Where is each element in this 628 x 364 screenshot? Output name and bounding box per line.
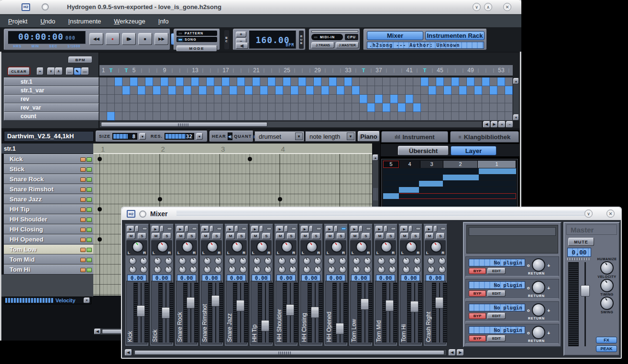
fx-send-knob[interactable] bbox=[403, 266, 410, 273]
play-sample-button[interactable]: ▶ bbox=[251, 226, 259, 232]
timeline-bar-31[interactable]: | bbox=[329, 65, 337, 76]
layer-bar[interactable] bbox=[443, 175, 479, 180]
timeline-bar-2[interactable]: T bbox=[107, 65, 115, 76]
timeline-bar-54[interactable]: | bbox=[505, 65, 513, 76]
song-cell[interactable] bbox=[383, 77, 390, 86]
play-sample-button[interactable]: ▶ bbox=[176, 226, 184, 232]
song-cell[interactable] bbox=[99, 112, 107, 121]
timeline-bar-15[interactable]: | bbox=[207, 65, 214, 76]
song-cell[interactable] bbox=[237, 112, 245, 121]
note-snare-jazz-beat-4[interactable] bbox=[278, 197, 282, 201]
single-pattern-mode-button[interactable]: — bbox=[81, 67, 89, 75]
song-cell[interactable] bbox=[107, 86, 115, 95]
song-cell[interactable] bbox=[115, 103, 122, 112]
timeline-bar-19[interactable]: | bbox=[237, 65, 245, 76]
fx-send-knob[interactable] bbox=[339, 266, 346, 273]
timeline-bar-6[interactable]: | bbox=[138, 65, 145, 76]
hear-notes-button[interactable]: ◀) bbox=[228, 132, 233, 140]
instrument-row-snare-rimshot[interactable]: Snare Rimshot bbox=[4, 184, 93, 194]
timeline-bar-52[interactable]: | bbox=[490, 65, 497, 76]
play-sample-button[interactable]: ▶ bbox=[351, 226, 358, 232]
fx-send-knob[interactable] bbox=[129, 266, 136, 273]
song-cell[interactable] bbox=[505, 86, 513, 95]
song-cell[interactable] bbox=[153, 86, 161, 95]
window-menu-icon[interactable] bbox=[139, 210, 146, 218]
song-cell[interactable] bbox=[275, 103, 283, 112]
layer-row-4[interactable] bbox=[383, 187, 516, 193]
song-cell[interactable] bbox=[375, 77, 383, 86]
song-cell[interactable] bbox=[490, 77, 497, 86]
song-cell[interactable] bbox=[497, 95, 505, 103]
song-cell[interactable] bbox=[176, 86, 184, 95]
song-cell[interactable] bbox=[421, 112, 429, 121]
song-cell[interactable] bbox=[176, 95, 184, 103]
song-cell[interactable] bbox=[482, 77, 490, 86]
song-cell[interactable] bbox=[222, 95, 230, 103]
song-cell[interactable] bbox=[107, 95, 115, 103]
song-cell[interactable] bbox=[406, 95, 413, 103]
fader-track[interactable] bbox=[263, 283, 268, 342]
song-cell[interactable] bbox=[314, 77, 321, 86]
fx-plugin-name[interactable]: No plugin bbox=[469, 259, 525, 266]
fx-send-knob[interactable] bbox=[353, 266, 360, 273]
solo-button[interactable]: S bbox=[287, 233, 296, 239]
fx-send-knob[interactable] bbox=[179, 266, 186, 273]
song-cell[interactable] bbox=[321, 86, 329, 95]
song-cell[interactable] bbox=[245, 95, 253, 103]
song-cell[interactable] bbox=[298, 86, 306, 95]
pattern-name-rev_var[interactable]: rev_var bbox=[4, 103, 99, 112]
song-cell[interactable] bbox=[237, 86, 245, 95]
timeline-bar-28[interactable]: | bbox=[306, 65, 314, 76]
fader-handle[interactable] bbox=[410, 301, 419, 312]
song-cell[interactable] bbox=[367, 95, 375, 103]
timeline-bar-46[interactable]: | bbox=[444, 65, 452, 76]
song-cell[interactable] bbox=[429, 112, 436, 121]
timeline-bar-33[interactable]: 33 bbox=[344, 65, 352, 76]
fx-return-knob[interactable] bbox=[532, 326, 545, 339]
fx-plugin-name[interactable]: No plugin bbox=[469, 304, 525, 311]
mute-button[interactable]: M bbox=[251, 233, 260, 239]
song-cell[interactable] bbox=[237, 95, 245, 103]
song-cell[interactable] bbox=[161, 86, 168, 95]
song-cell[interactable] bbox=[459, 112, 467, 121]
song-cell[interactable] bbox=[306, 86, 314, 95]
song-cell[interactable] bbox=[207, 103, 214, 112]
song-cell[interactable] bbox=[214, 86, 222, 95]
resolution-dropdown-button[interactable]: ▼ bbox=[196, 133, 203, 140]
mute-button[interactable]: M bbox=[226, 233, 235, 239]
instrument-row-tom-mid[interactable]: Tom Mid bbox=[4, 254, 93, 265]
fx-send-knob[interactable] bbox=[240, 266, 247, 273]
fader-handle[interactable] bbox=[386, 300, 394, 311]
mute-button[interactable]: M bbox=[201, 233, 210, 239]
pan-knob[interactable] bbox=[406, 241, 417, 253]
song-cell[interactable] bbox=[421, 95, 429, 103]
song-cell[interactable] bbox=[168, 95, 176, 103]
scroll-left-button[interactable]: ◀ bbox=[483, 121, 490, 128]
song-cell[interactable] bbox=[222, 86, 230, 95]
play-sample-button[interactable]: ▶ bbox=[375, 226, 383, 232]
song-cell[interactable] bbox=[497, 77, 505, 86]
instrument-row-snare-jazz[interactable]: Snare Jazz bbox=[4, 194, 93, 204]
note-hh-opened-beat-1[interactable] bbox=[98, 237, 102, 242]
song-cell[interactable] bbox=[260, 77, 268, 86]
song-cell[interactable] bbox=[474, 95, 482, 103]
fx-send-knob[interactable] bbox=[414, 257, 421, 265]
song-cell[interactable] bbox=[452, 103, 459, 112]
layer-header-5[interactable]: 5 bbox=[383, 161, 399, 168]
song-cell[interactable] bbox=[130, 103, 138, 112]
timeline-bar-9[interactable]: 9 bbox=[161, 65, 168, 76]
instrument-row-tom-low[interactable]: Tom Low bbox=[4, 244, 93, 254]
song-cell[interactable] bbox=[184, 95, 191, 103]
mute-button[interactable]: M bbox=[176, 233, 185, 239]
song-cell[interactable] bbox=[107, 112, 115, 121]
timeline-bar-27[interactable]: | bbox=[298, 65, 306, 76]
song-cell[interactable] bbox=[406, 77, 413, 86]
song-cell[interactable] bbox=[260, 95, 268, 103]
fader-handle[interactable] bbox=[261, 320, 269, 331]
mute-led[interactable] bbox=[80, 167, 86, 172]
song-cell[interactable] bbox=[138, 112, 145, 121]
timeline-bar-29[interactable]: 29 bbox=[314, 65, 321, 76]
song-cell[interactable] bbox=[390, 86, 398, 95]
pan-knob[interactable] bbox=[182, 241, 193, 253]
zoom-in-button[interactable]: + bbox=[498, 121, 506, 128]
